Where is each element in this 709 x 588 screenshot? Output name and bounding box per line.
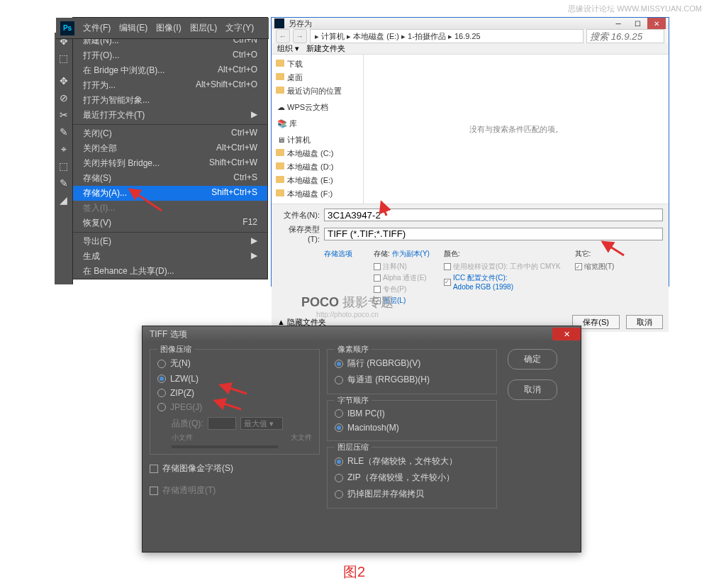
tiff-title: TIFF 选项: [150, 328, 187, 340]
file-list-empty: 没有与搜索条件匹配的项。: [364, 55, 669, 204]
menu-file[interactable]: 文件(F): [79, 20, 115, 36]
dialog-title: 另存为: [289, 18, 608, 29]
menu-image[interactable]: 图像(I): [152, 20, 185, 36]
nav-back-button[interactable]: ←: [276, 29, 290, 43]
menuitem-save[interactable]: 存储(S)Ctrl+S: [73, 171, 267, 186]
sidebar-header-wps[interactable]: ☁ WPS云文档: [274, 98, 360, 114]
filename-label: 文件名(N):: [277, 210, 320, 221]
filename-input[interactable]: [324, 209, 663, 221]
menuitem-open-smart[interactable]: 打开为智能对象...: [73, 93, 267, 108]
tool-move2[interactable]: ✥: [55, 72, 72, 89]
menuitem-browse-bridge[interactable]: 在 Bridge 中浏览(B)...Alt+Ctrl+O: [73, 63, 267, 78]
menuitem-open[interactable]: 打开(O)...Ctrl+O: [73, 48, 267, 63]
chk-thumb[interactable]: ✓缩览图(T): [575, 262, 615, 272]
menuitem-save-as[interactable]: 存储为(A)...Shift+Ctrl+S: [73, 186, 267, 201]
new-folder-button[interactable]: 新建文件夹: [306, 43, 345, 54]
radio-per-channel[interactable]: 每通道 (RRGGBB)(H): [335, 372, 489, 388]
save-options-link[interactable]: 存储选项: [324, 250, 352, 257]
sidebar-item-diskd[interactable]: 本地磁盘 (D:): [274, 160, 360, 174]
radio-layer-zip[interactable]: ZIP（存储较慢，文件较小）: [335, 470, 489, 486]
menuitem-generate[interactable]: 生成▶: [73, 249, 267, 264]
organize-button[interactable]: 组织 ▾: [277, 43, 299, 54]
sidebar-item-diskc[interactable]: 本地磁盘 (C:): [274, 147, 360, 160]
sidebar-item-diske[interactable]: 本地磁盘 (E:): [274, 174, 360, 187]
figure-label: 图2: [343, 562, 365, 582]
legend-pixel-order: 像素顺序: [335, 344, 372, 355]
menuitem-checkin: 签入(I)...: [73, 201, 267, 216]
chk-proof: 使用校样设置(O): 工作中的 CMYK: [444, 262, 561, 272]
menuitem-recent[interactable]: 最近打开文件(T)▶: [73, 108, 267, 123]
chk-spot: 专色(P): [374, 284, 430, 294]
menu-type[interactable]: 文字(Y): [221, 20, 258, 36]
watermark-text: 思缘设计论坛 WWW.MISSYUAN.COM: [568, 4, 702, 14]
radio-interleaved[interactable]: 隔行 (RGBRGB)(V): [335, 355, 489, 372]
tool-crop[interactable]: ✂: [55, 106, 72, 123]
ps-tools-column: ✥ ⬚ ✥ ⊘ ✂ ✎ ⌖ ⬚ ✎ ◢: [55, 33, 73, 284]
tool-target[interactable]: ⌖: [55, 140, 72, 157]
sidebar-item-desktop[interactable]: 桌面: [274, 71, 360, 84]
sidebar-header-libraries[interactable]: 📚 库: [274, 114, 360, 131]
radio-jpeg: JPEG(J): [157, 400, 312, 414]
sidebar-item-diskf[interactable]: 本地磁盘 (F:): [274, 187, 360, 201]
chk-pyramid[interactable]: 存储图像金字塔(S): [150, 460, 320, 477]
radio-mac[interactable]: Macintosh(M): [335, 421, 489, 435]
quality-slider: [172, 445, 278, 448]
tool-gradient[interactable]: ◢: [55, 192, 72, 209]
sidebar-header-computer[interactable]: 🖥 计算机: [274, 131, 360, 147]
group-pixel-order: 像素顺序 隔行 (RGBRGB)(V) 每通道 (RRGGBB)(H): [327, 349, 497, 394]
group-image-compression: 图像压缩 无(N) LZW(L) ZIP(Z) JPEG(J) 品质(Q): 最…: [150, 349, 320, 455]
menu-separator: [73, 232, 267, 233]
menuitem-close[interactable]: 关闭(C)Ctrl+W: [73, 126, 267, 141]
radio-none[interactable]: 无(N): [157, 355, 312, 372]
tool-marquee[interactable]: ⬚: [55, 50, 72, 67]
ps-logo: Ps: [60, 21, 74, 35]
legend-byte-order: 字节顺序: [335, 395, 372, 406]
sidebar-item-downloads[interactable]: 下载: [274, 57, 360, 71]
radio-ibm[interactable]: IBM PC(I): [335, 406, 489, 421]
quality-select: 最大值 ▾: [240, 417, 283, 430]
chk-icc[interactable]: ✓ICC 配置文件(C):Adobe RGB (1998): [444, 273, 561, 291]
maximize-button[interactable]: ☐: [628, 18, 647, 29]
tiff-close-button[interactable]: ✕: [552, 328, 581, 340]
nav-forward-button[interactable]: →: [293, 29, 307, 43]
chk-transparency: 存储透明度(T): [150, 482, 320, 499]
menuitem-open-as[interactable]: 打开为...Alt+Shift+Ctrl+O: [73, 78, 267, 93]
filetype-select[interactable]: [324, 228, 663, 240]
legend-layer-comp: 图层压缩: [335, 442, 372, 453]
menuitem-export[interactable]: 导出(E)▶: [73, 234, 267, 249]
sidebar-item-recent[interactable]: 最近访问的位置: [274, 84, 360, 98]
close-button[interactable]: ✕: [647, 18, 666, 29]
menuitem-behance[interactable]: 在 Behance 上共享(D)...: [73, 264, 267, 279]
menuitem-close-all[interactable]: 关闭全部Alt+Ctrl+W: [73, 141, 267, 156]
folder-sidebar: 下载 桌面 最近访问的位置 ☁ WPS云文档 📚 库 🖥 计算机 本地磁盘 (C…: [272, 55, 364, 204]
other-col-label: 其它:: [575, 249, 615, 259]
quality-row: 品质(Q): 最大值 ▾: [157, 414, 312, 431]
chk-annotations: 注释(N): [374, 262, 430, 272]
radio-rle[interactable]: RLE（存储较快，文件较大）: [335, 453, 489, 470]
color-col-label: 颜色:: [444, 249, 561, 259]
chk-alpha: Alpha 通道(E): [374, 273, 430, 283]
tool-brush[interactable]: ✎: [55, 174, 72, 192]
tool-eyedropper[interactable]: ✎: [55, 123, 72, 140]
menu-layer[interactable]: 图层(L): [186, 20, 222, 36]
minimize-button[interactable]: ─: [609, 18, 627, 29]
menuitem-close-bridge[interactable]: 关闭并转到 Bridge...Shift+Ctrl+W: [73, 156, 267, 171]
group-layer-compression: 图层压缩 RLE（存储较快，文件较大） ZIP（存储较慢，文件较小） 扔掉图层并…: [327, 447, 497, 509]
radio-lzw[interactable]: LZW(L): [157, 372, 312, 386]
radio-zip[interactable]: ZIP(Z): [157, 386, 312, 400]
ok-button[interactable]: 确定: [508, 349, 557, 370]
nav-toolbar: ← → ▸ 计算机 ▸ 本地磁盘 (E:) ▸ 1-拍摄作品 ▸ 16.9.25: [272, 29, 669, 43]
tool-lasso[interactable]: ⊘: [55, 89, 72, 106]
group-byte-order: 字节顺序 IBM PC(I) Macintosh(M): [327, 400, 497, 441]
breadcrumb-path[interactable]: ▸ 计算机 ▸ 本地磁盘 (E:) ▸ 1-拍摄作品 ▸ 16.9.25: [310, 29, 584, 43]
menu-edit[interactable]: 编辑(E): [115, 20, 152, 36]
menuitem-revert[interactable]: 恢复(V)F12: [73, 216, 267, 231]
tiff-options-dialog: TIFF 选项 ✕ 图像压缩 无(N) LZW(L) ZIP(Z) JPEG(J…: [142, 326, 581, 553]
radio-discard[interactable]: 扔掉图层并存储拷贝: [335, 486, 489, 502]
tool-frame[interactable]: ⬚: [55, 157, 72, 174]
legend-compression: 图像压缩: [157, 344, 194, 355]
search-input[interactable]: [586, 29, 664, 43]
cancel-button[interactable]: 取消: [508, 379, 557, 400]
cancel-button[interactable]: 取消: [626, 315, 663, 329]
ps-file-icon: [274, 18, 284, 28]
